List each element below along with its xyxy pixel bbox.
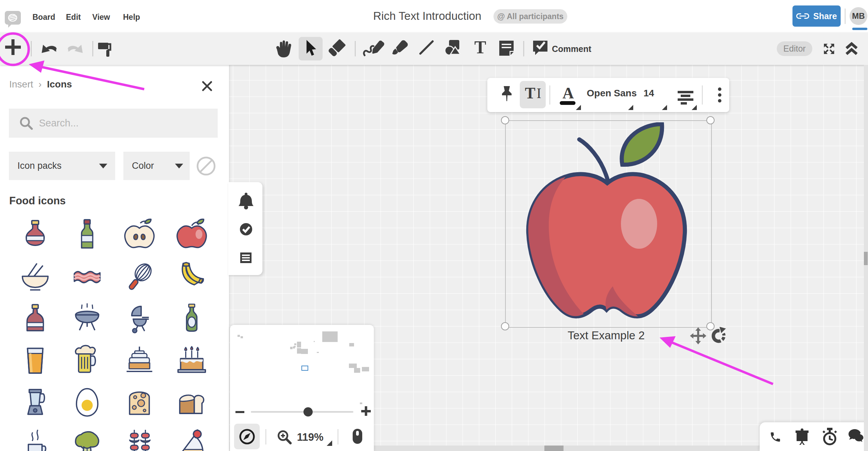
svg-text:I: I bbox=[537, 85, 541, 101]
svg-text:T: T bbox=[474, 38, 486, 57]
svg-text:T: T bbox=[525, 84, 535, 102]
svg-text:Open Sans: Open Sans bbox=[587, 88, 637, 98]
svg-text:A: A bbox=[562, 84, 574, 102]
svg-text:Comment: Comment bbox=[552, 44, 592, 54]
svg-text:14: 14 bbox=[643, 88, 654, 98]
